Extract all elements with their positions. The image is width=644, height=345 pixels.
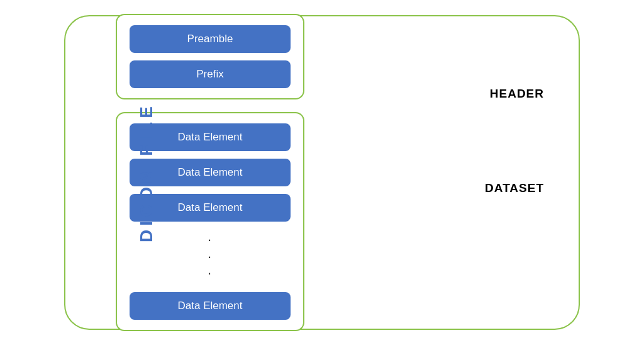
preamble-button: Preamble xyxy=(130,25,291,53)
dicom-file-label: DICOM FILE xyxy=(136,103,157,242)
dataset-row: Data Element Data Element Data Element ·… xyxy=(116,112,566,331)
data-element-last: Data Element xyxy=(130,292,291,320)
header-label: HEADER xyxy=(490,87,544,101)
prefix-button: Prefix xyxy=(130,60,291,88)
inner-content: Preamble Prefix Data Element Data Elemen… xyxy=(109,1,579,343)
header-box: Preamble Prefix xyxy=(116,14,304,99)
dataset-label: DATASET xyxy=(485,181,544,195)
outer-box: DICOM FILE Preamble Prefix Data Element … xyxy=(64,15,580,330)
diagram-container: DICOM FILE Preamble Prefix Data Element … xyxy=(64,15,580,330)
